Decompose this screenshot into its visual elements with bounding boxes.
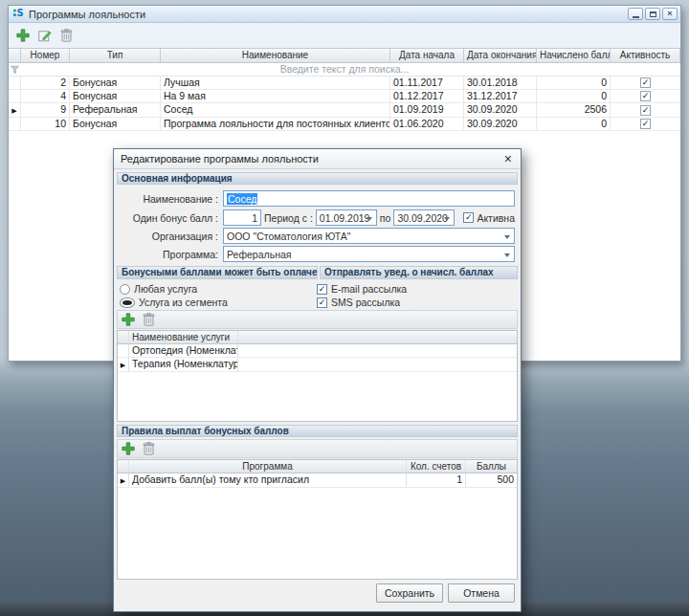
edit-button[interactable]: [38, 29, 52, 42]
period-from-select[interactable]: 01.09.2019: [316, 209, 377, 226]
period-to-value: 30.09.2020: [397, 212, 448, 224]
program-select[interactable]: Реферальная: [223, 246, 515, 262]
organization-label: Организация :: [120, 231, 223, 242]
close-icon: ×: [667, 10, 672, 18]
plus-icon: [16, 29, 30, 42]
sms-label: SMS рассылка: [331, 297, 400, 308]
organization-select[interactable]: ООО "Стоматология ЮТА": [223, 228, 515, 244]
service-add-button[interactable]: [122, 313, 135, 326]
cell-rule-program: Добавить балл(ы) тому кто пригласил: [129, 473, 407, 487]
email-checkbox-row[interactable]: ✓ E-mail рассылка: [317, 283, 515, 295]
section-main-info: Основная информация: [117, 172, 518, 185]
app-logo-icon: S: [12, 7, 25, 21]
column-header-rule-program[interactable]: Программа: [129, 460, 407, 473]
chevron-down-icon: [504, 253, 510, 260]
cell-type: Бонусная: [70, 77, 161, 89]
email-label: E-mail рассылка: [331, 283, 407, 295]
email-checkbox[interactable]: ✓: [317, 284, 327, 295]
save-button[interactable]: Сохранить: [376, 583, 443, 603]
cell-number: 2: [21, 77, 70, 89]
checkbox-checked-icon: ✓: [640, 77, 651, 88]
rule-row-current[interactable]: ▶ Добавить балл(ы) тому кто пригласил 1 …: [118, 473, 517, 488]
bonus-period-row: Один бонус балл : 1 Период с : 01.09.201…: [120, 209, 515, 226]
checkmark-icon: ✓: [319, 285, 326, 294]
column-header-number[interactable]: Номер: [21, 49, 70, 62]
service-delete-button[interactable]: [143, 313, 155, 326]
rules-toolbar: [117, 439, 518, 458]
trash-icon: [60, 29, 73, 42]
dialog-title: Редактирование программы лояльности: [121, 153, 502, 165]
cell-service-name: Ортопедия (Номенклат: [129, 344, 238, 357]
column-header-points[interactable]: Начислено баллов: [537, 49, 611, 62]
column-header-active[interactable]: Активность: [611, 49, 680, 62]
cell-active-checkbox[interactable]: ✓: [611, 103, 680, 117]
minimize-button[interactable]: [628, 8, 643, 20]
main-toolbar: [9, 23, 680, 48]
dialog-buttons: Сохранить Отмена: [120, 583, 515, 603]
rule-delete-button[interactable]: [143, 442, 155, 455]
chevron-down-icon: [444, 217, 450, 224]
cell-date-start: 01.06.2020: [390, 118, 464, 130]
dialog-titlebar[interactable]: Редактирование программы лояльности ×: [114, 149, 521, 169]
bonus-point-value: 1: [252, 212, 257, 224]
cell-points: 0: [537, 118, 611, 130]
active-checkbox[interactable]: ✓: [463, 212, 474, 223]
sms-checkbox[interactable]: ✓: [317, 297, 327, 308]
cell-active-checkbox[interactable]: ✓: [611, 90, 680, 102]
close-button[interactable]: ×: [662, 8, 678, 20]
cancel-button[interactable]: Отмена: [448, 583, 515, 603]
row-indicator-cell: [9, 77, 21, 89]
cell-rule-points: 500: [466, 473, 517, 487]
radio-any-service-label: Любая услуга: [134, 283, 197, 295]
table-row[interactable]: 2 Бонусная Лучшая 01.11.2017 30.01.2018 …: [9, 77, 680, 90]
grid-filter-row[interactable]: Введите текст для поиска...: [9, 63, 680, 77]
column-header-rule-points[interactable]: Баллы: [466, 460, 517, 473]
rules-grid-header: Программа Кол. счетов Баллы: [118, 460, 517, 473]
cell-date-end: 30.09.2020: [464, 118, 537, 130]
radio-selected-icon: [120, 297, 135, 308]
bonus-point-input[interactable]: 1: [223, 209, 261, 226]
radio-any-service[interactable]: Любая услуга: [120, 283, 317, 295]
edit-pencil-icon: [38, 29, 52, 42]
notify-options: ✓ E-mail рассылка ✓ SMS рассылка: [317, 281, 515, 308]
cell-date-end: 31.12.2017: [464, 90, 537, 102]
column-header-type[interactable]: Тип: [70, 49, 161, 62]
sms-checkbox-row[interactable]: ✓ SMS рассылка: [317, 297, 515, 308]
cell-type: Бонусная: [70, 118, 161, 130]
period-from-value: 01.09.2019: [320, 212, 370, 224]
service-row[interactable]: Ортопедия (Номенклат: [118, 344, 517, 358]
header-indicator-cell: [9, 49, 21, 62]
radio-segment-service[interactable]: Услуга из сегмента: [120, 297, 317, 308]
cell-number: 4: [21, 90, 70, 102]
program-value: Реферальная: [227, 249, 291, 260]
service-row-current[interactable]: ▶ Терапия (Номенклатур: [118, 358, 517, 372]
table-row-current[interactable]: ▶ 9 Реферальная Сосед 01.09.2019 30.09.2…: [9, 103, 680, 118]
cell-active-checkbox[interactable]: ✓: [611, 118, 680, 130]
header-indicator-cell: [118, 331, 129, 343]
dialog-close-button[interactable]: ×: [502, 152, 514, 165]
active-checkbox-group[interactable]: ✓ Активна: [463, 212, 515, 224]
window-titlebar[interactable]: S Программы лояльности ×: [9, 6, 680, 23]
radio-segment-service-label: Услуга из сегмента: [139, 297, 228, 308]
rule-add-button[interactable]: [122, 442, 135, 455]
delete-button[interactable]: [60, 29, 73, 42]
name-input[interactable]: Сосед: [223, 190, 515, 207]
table-row[interactable]: 10 Бонусная Программа лояльности для пос…: [9, 118, 680, 131]
cell-active-checkbox[interactable]: ✓: [611, 77, 680, 89]
add-button[interactable]: [16, 29, 30, 42]
cell-date-start: 01.12.2017: [390, 90, 464, 102]
plus-icon: [122, 313, 135, 326]
cell-points: 0: [537, 77, 611, 89]
cell-name: Сосед: [161, 103, 390, 117]
period-to-select[interactable]: 30.09.2020: [393, 209, 455, 226]
column-header-date-start[interactable]: Дата начала: [390, 49, 464, 62]
column-header-name[interactable]: Наименование: [161, 49, 390, 62]
column-header-service-name[interactable]: Наименование услуги: [129, 331, 238, 343]
cell-type: Реферальная: [70, 103, 161, 117]
maximize-button[interactable]: [645, 8, 660, 20]
column-header-date-end[interactable]: Дата окончания: [464, 49, 537, 62]
column-header-accounts[interactable]: Кол. счетов: [407, 460, 466, 473]
options-area: Любая услуга Услуга из сегмента ✓ E-mail…: [120, 281, 515, 308]
table-row[interactable]: 4 Бонусная На 9 мая 01.12.2017 31.12.201…: [9, 90, 680, 103]
checkmark-icon: ✓: [642, 120, 650, 128]
